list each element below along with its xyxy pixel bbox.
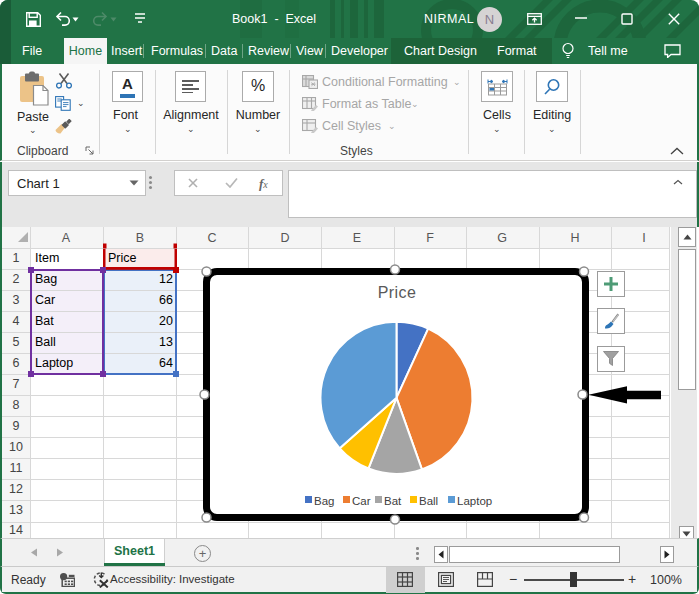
svg-text:H: H [570, 231, 579, 245]
svg-text:1: 1 [13, 251, 20, 265]
svg-text:3: 3 [13, 293, 20, 307]
svg-text:E: E [353, 231, 361, 245]
svg-text:6: 6 [13, 356, 20, 370]
svg-text:F: F [426, 231, 434, 245]
svg-text:12: 12 [9, 482, 23, 496]
svg-text:14: 14 [9, 523, 23, 537]
svg-text:11: 11 [10, 461, 23, 475]
svg-text:8: 8 [13, 398, 20, 412]
svg-text:Bat: Bat [35, 314, 54, 328]
svg-text:13: 13 [159, 335, 173, 349]
svg-text:66: 66 [159, 293, 173, 307]
svg-text:Car: Car [35, 293, 55, 307]
svg-text:Laptop: Laptop [35, 356, 73, 370]
svg-text:C: C [207, 231, 216, 245]
svg-text:5: 5 [13, 335, 20, 349]
svg-text:Item: Item [35, 251, 59, 265]
svg-text:4: 4 [13, 314, 20, 328]
svg-text:10: 10 [9, 440, 23, 454]
svg-text:B: B [136, 231, 144, 245]
svg-text:12: 12 [159, 272, 173, 286]
svg-text:Ball: Ball [35, 335, 56, 349]
svg-text:9: 9 [13, 419, 20, 433]
svg-text:G: G [497, 231, 507, 245]
svg-text:7: 7 [13, 377, 20, 391]
svg-text:64: 64 [159, 356, 173, 370]
svg-text:I: I [642, 231, 645, 245]
svg-text:Bag: Bag [35, 272, 57, 286]
svg-text:A: A [62, 231, 71, 245]
svg-text:Price: Price [108, 251, 137, 265]
svg-text:D: D [280, 231, 289, 245]
svg-text:20: 20 [159, 314, 173, 328]
svg-text:2: 2 [13, 272, 20, 286]
svg-text:13: 13 [9, 503, 23, 517]
